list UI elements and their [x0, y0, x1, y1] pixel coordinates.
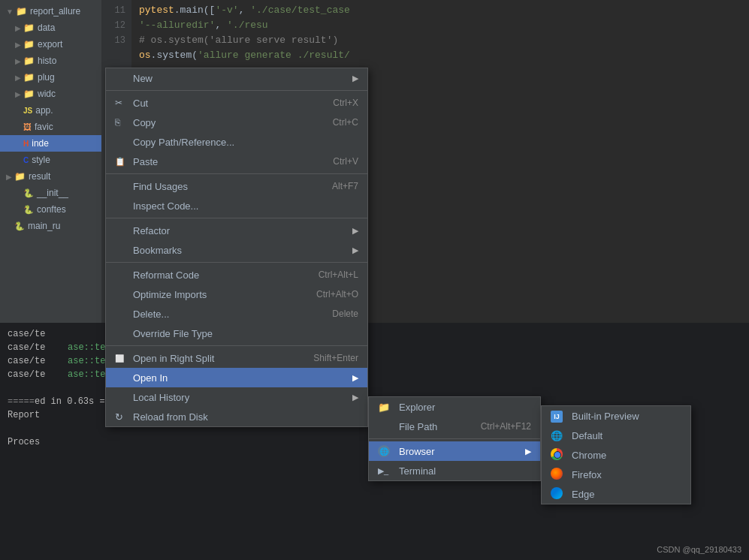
menu-label-reload: Reload from Disk [133, 411, 358, 423]
tree-item-widc[interactable]: ▶ 📁 widc [0, 86, 101, 102]
submenu-label-edge: Edge [572, 489, 681, 500]
tree-label: main_ru [28, 221, 60, 231]
shortcut-file-path: Ctrl+Alt+F12 [481, 421, 531, 432]
code-line-12: '--alluredir', './resu [131, 18, 749, 33]
submenu-item-chrome[interactable]: Chrome [542, 445, 690, 465]
tree-label: conftes [37, 204, 66, 215]
tree-item-style[interactable]: ▶ C style [0, 152, 101, 168]
shortcut-delete: Delete [332, 309, 358, 319]
menu-item-open-right-split[interactable]: ⬜ Open in Right Split Shift+Enter [106, 348, 367, 368]
firefox-browser-icon [551, 468, 563, 480]
submenu-label-browser: Browser [399, 446, 521, 457]
menu-item-new[interactable]: New ▶ [106, 68, 367, 88]
menu-label-cut: Cut [133, 98, 333, 109]
menu-label-open-right-split: Open in Right Split [133, 353, 313, 364]
open-right-split-icon: ⬜ [115, 354, 128, 363]
file-tree-panel: ▼ 📁 report_allure ▶ 📁 data ▶ 📁 export ▶ … [0, 0, 101, 323]
menu-label-delete: Delete... [133, 309, 332, 320]
submenu-arrow: ▶ [352, 393, 358, 402]
menu-label-paste: Paste [133, 156, 333, 167]
tree-label: result [29, 171, 50, 182]
folder-icon: 📁 [23, 39, 35, 50]
folder-icon: 📁 [16, 6, 27, 17]
menu-item-override-type[interactable]: Override File Type [106, 324, 367, 343]
tree-item-conftes[interactable]: ▶ 🐍 conftes [0, 201, 101, 218]
arrow-icon: ▶ [15, 41, 21, 49]
tree-item-result[interactable]: ▶ 📁 result [0, 168, 101, 185]
tree-item-plug[interactable]: ▶ 📁 plug [0, 69, 101, 86]
tree-item-inde[interactable]: ▶ H inde [0, 135, 101, 152]
reload-icon: ↻ [115, 411, 128, 423]
menu-item-delete[interactable]: Delete... Delete [106, 304, 367, 324]
menu-item-open-in[interactable]: Open In ▶ [106, 368, 367, 387]
menu-label-local-history: Local History [133, 392, 346, 403]
py-icon: 🐍 [14, 221, 25, 231]
submenu-divider [369, 438, 540, 439]
firefox-icon [551, 468, 566, 482]
tree-item-data[interactable]: ▶ 📁 data [0, 20, 101, 36]
submenu-item-browser[interactable]: 🌐 Browser ▶ [369, 441, 540, 461]
terminal-equals-pre: ===== [8, 395, 35, 408]
submenu-browser: IJ Built-in Preview 🌐 Default Chrome Fir… [541, 405, 691, 504]
submenu-label-chrome: Chrome [572, 450, 681, 461]
copy-icon: ⎘ [115, 117, 128, 128]
submenu-item-file-path[interactable]: File Path Ctrl+Alt+F12 [369, 417, 540, 436]
menu-item-reload[interactable]: ↻ Reload from Disk [106, 407, 367, 426]
menu-item-copy-path[interactable]: Copy Path/Reference... [106, 132, 367, 152]
line-num-11: 11 [101, 3, 131, 18]
tree-label: data [38, 23, 55, 33]
menu-label-copy-path: Copy Path/Reference... [133, 137, 358, 148]
submenu-item-default[interactable]: 🌐 Default [542, 426, 690, 445]
edge-browser-icon [551, 487, 563, 499]
submenu-item-edge[interactable]: Edge [542, 484, 690, 504]
shortcut-find-usages: Alt+F7 [332, 181, 358, 191]
submenu-open-in: 📁 Explorer File Path Ctrl+Alt+F12 🌐 Brow… [368, 396, 541, 481]
tree-label: histo [38, 56, 56, 66]
edge-icon [551, 487, 566, 501]
shortcut-optimize: Ctrl+Alt+O [316, 289, 358, 300]
explorer-icon: 📁 [378, 402, 393, 413]
menu-item-bookmarks[interactable]: Bookmarks ▶ [106, 240, 367, 260]
folder-icon: 📁 [23, 72, 35, 83]
py-icon: 🐍 [23, 205, 34, 215]
menu-item-optimize[interactable]: Optimize Imports Ctrl+Alt+O [106, 285, 367, 304]
menu-item-inspect-code[interactable]: Inspect Code... [106, 196, 367, 215]
divider-2 [106, 173, 367, 174]
menu-item-cut[interactable]: ✂ Cut Ctrl+X [106, 93, 367, 113]
code-line-osSys: os.system('allure generate ./result/ [131, 48, 749, 63]
menu-label-find-usages: Find Usages [133, 181, 332, 192]
tree-item-report_allure[interactable]: ▼ 📁 report_allure [0, 3, 101, 20]
menu-label-refactor: Refactor [133, 225, 346, 236]
tree-item-main[interactable]: ▶ 🐍 main_ru [0, 218, 101, 234]
code-line-11: pytest.main(['-v', './case/test_case [131, 3, 749, 18]
submenu-item-explorer[interactable]: 📁 Explorer [369, 397, 540, 417]
menu-label-optimize: Optimize Imports [133, 289, 316, 300]
submenu-arrow: ▶ [352, 226, 358, 236]
divider-5 [106, 345, 367, 346]
code-line-13: # os.system('allure serve result') [131, 33, 749, 48]
tree-item-init[interactable]: ▶ 🐍 __init__ [0, 185, 101, 201]
divider-1 [106, 90, 367, 91]
tree-item-favic[interactable]: ▶ 🖼 favic [0, 119, 101, 135]
submenu-label-default: Default [572, 430, 681, 441]
line-num-13: 13 [101, 33, 131, 48]
tree-item-histo[interactable]: ▶ 📁 histo [0, 53, 101, 69]
submenu-label-terminal: Terminal [399, 465, 531, 477]
menu-item-reformat[interactable]: Reformat Code Ctrl+Alt+L [106, 265, 367, 285]
menu-label-open-in: Open In [133, 372, 346, 384]
menu-item-copy[interactable]: ⎘ Copy Ctrl+C [106, 113, 367, 132]
tree-item-app[interactable]: ▶ JS app. [0, 102, 101, 119]
submenu-item-builtin[interactable]: IJ Built-in Preview [542, 406, 690, 426]
arrow-icon: ▶ [15, 57, 21, 65]
submenu-item-terminal[interactable]: ▶_ Terminal [369, 461, 540, 480]
chrome-icon [551, 448, 566, 462]
default-browser-icon: 🌐 [551, 430, 566, 441]
menu-item-local-history[interactable]: Local History ▶ [106, 387, 367, 407]
tree-label: favic [35, 122, 53, 132]
submenu-item-firefox[interactable]: Firefox [542, 465, 690, 484]
img-icon: 🖼 [23, 122, 32, 131]
menu-item-paste[interactable]: 📋 Paste Ctrl+V [106, 152, 367, 171]
menu-item-find-usages[interactable]: Find Usages Alt+F7 [106, 176, 367, 196]
tree-item-export[interactable]: ▶ 📁 export [0, 36, 101, 53]
menu-item-refactor[interactable]: Refactor ▶ [106, 221, 367, 240]
